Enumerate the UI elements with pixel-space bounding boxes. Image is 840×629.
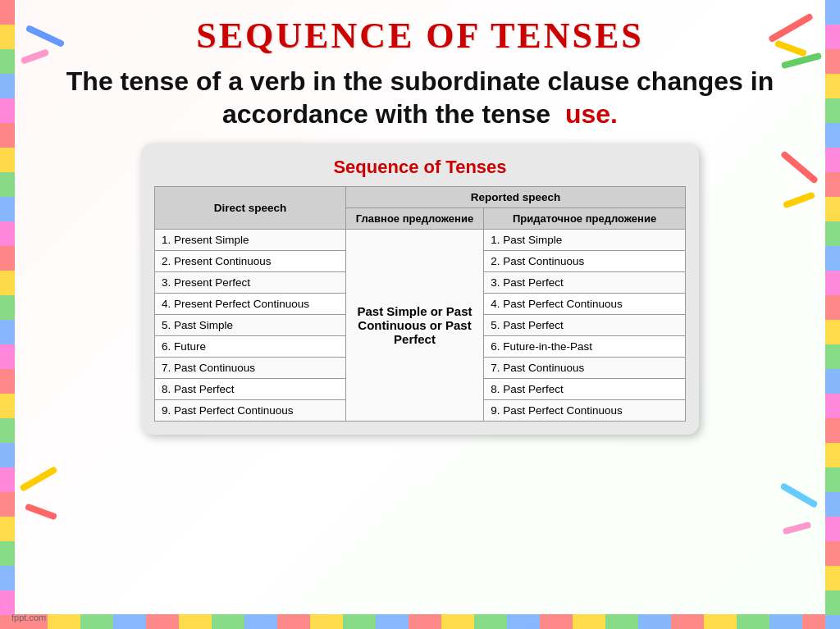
direct-cell: 9. Past Perfect Continuous <box>155 400 346 422</box>
reported-cell: 5. Past Perfect <box>484 315 686 336</box>
direct-cell: 7. Past Continuous <box>155 358 346 379</box>
table-wrapper: Sequence of Tenses Direct speech Reporte… <box>141 144 699 435</box>
table-title: Sequence of Tenses <box>154 157 686 178</box>
direct-cell: 4. Present Perfect Continuous <box>155 294 346 315</box>
main-content: Sequence of Tenses The tense of a verb i… <box>0 0 840 629</box>
direct-cell: 1. Present Simple <box>155 230 346 251</box>
subtitle-text: The tense of a verb in the subordinate c… <box>16 65 824 130</box>
page-title: Sequence of Tenses <box>196 15 644 57</box>
pridatochnoe-header: Придаточное предложение <box>484 208 686 230</box>
reported-cell: 1. Past Simple <box>484 230 686 251</box>
reported-cell: 4. Past Perfect Continuous <box>484 294 686 315</box>
direct-speech-header: Direct speech <box>155 187 346 230</box>
direct-cell: 6. Future <box>155 336 346 358</box>
table-row: 1. Present SimplePast Simple or Past Con… <box>155 230 686 251</box>
reported-cell: 7. Past Continuous <box>484 358 686 379</box>
reported-cell: 6. Future-in-the-Past <box>484 336 686 358</box>
reported-cell: 2. Past Continuous <box>484 251 686 272</box>
table-body: 1. Present SimplePast Simple or Past Con… <box>155 230 686 422</box>
direct-cell: 8. Past Perfect <box>155 379 346 400</box>
reported-cell: 9. Past Perfect Continuous <box>484 400 686 422</box>
reported-cell: 3. Past Perfect <box>484 272 686 294</box>
sequence-table: Direct speech Reported speech Главное пр… <box>154 186 686 422</box>
watermark: fppt.com <box>11 613 46 622</box>
table-header-row1: Direct speech Reported speech <box>155 187 686 208</box>
direct-cell: 5. Past Simple <box>155 315 346 336</box>
direct-cell: 3. Present Perfect <box>155 272 346 294</box>
reported-speech-header: Reported speech <box>345 187 685 208</box>
reported-cell: 8. Past Perfect <box>484 379 686 400</box>
direct-cell: 2. Present Continuous <box>155 251 346 272</box>
glavnoe-header: Главное предложение <box>345 208 483 230</box>
middle-cell: Past Simple or Past Continuous or Past P… <box>345 230 483 422</box>
